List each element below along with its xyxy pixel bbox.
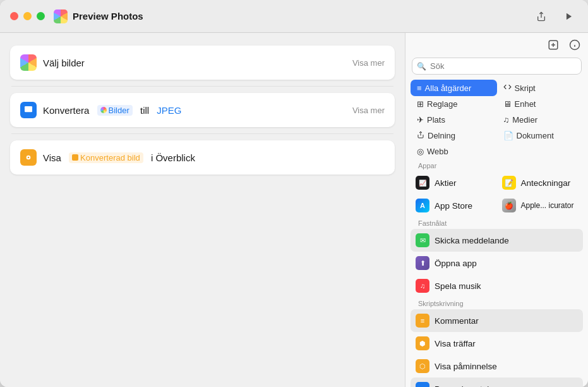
action-card-valj-bilder[interactable]: Välj bilder Visa mer: [10, 46, 395, 80]
divider-2: [11, 133, 393, 134]
apple-icon: 🍎: [502, 199, 516, 212]
sidebar-item-skicka[interactable]: ✉ Skicka meddelande: [411, 229, 583, 252]
filter-tabs: ≡ Alla åtgärder Skript ⊞ Reglage 🖥 Enhet: [405, 80, 588, 159]
webb-icon: ◎: [417, 147, 424, 156]
be-om-label: Be om inmatning: [435, 384, 498, 388]
medier-label: Medier: [512, 115, 537, 125]
alla-label: Alla åtgärder: [425, 83, 472, 93]
skript-icon: [503, 83, 512, 93]
skript-label: Skript: [515, 83, 536, 93]
dokument-icon: 📄: [503, 131, 513, 140]
action-card-visa[interactable]: Visa Konverterad bild i Överblick: [10, 140, 395, 175]
visa-traffar-icon: ⬢: [416, 336, 429, 350]
enhet-icon: 🖥: [503, 99, 512, 109]
till-text: till: [140, 105, 149, 116]
dokument-label: Dokument: [517, 131, 554, 140]
reglage-label: Reglage: [427, 99, 457, 109]
sidebar-item-spela[interactable]: ♫ Spela musik: [411, 274, 583, 297]
konverterad-bild-tag: Konverterad bild: [69, 152, 143, 163]
anteckningar-label: Anteckningar: [521, 178, 571, 188]
search-icon: 🔍: [417, 62, 426, 71]
preview-action-icon: [20, 149, 37, 166]
maximize-button[interactable]: [37, 12, 45, 20]
divider-1: [11, 86, 393, 87]
action-card-konvertera[interactable]: Konvertera Bilder till JPEG Visa mer: [10, 93, 395, 127]
sidebar-item-appstore[interactable]: A App Store: [411, 194, 497, 217]
sidebar-item-be-om[interactable]: ◼ Be om inmatning: [411, 378, 583, 387]
bilder-tag: Bilder: [97, 105, 133, 116]
convert-action-icon: [20, 102, 37, 118]
visa-paminnelse-icon: ⬡: [416, 359, 429, 373]
enhet-label: Enhet: [515, 99, 536, 109]
app-icon: [54, 9, 68, 23]
delning-label: Delning: [428, 131, 455, 140]
skicka-label: Skicka meddelande: [435, 236, 509, 245]
svg-point-3: [28, 157, 30, 159]
search-input[interactable]: [412, 58, 582, 75]
reglage-icon: ⊞: [417, 99, 424, 109]
share-button[interactable]: [532, 8, 550, 25]
sidebar-item-visa-traffar[interactable]: ⬢ Visa träffar: [411, 332, 583, 355]
filter-tab-reglage[interactable]: ⊞ Reglage: [411, 96, 497, 112]
close-button[interactable]: [10, 12, 18, 20]
skicka-icon: ✉: [416, 233, 429, 247]
right-panel: 🔍 ≡ Alla åtgärder Skript ⊞ Reglage: [405, 33, 588, 387]
plats-icon: ✈: [417, 115, 424, 125]
sidebar-item-visa-paminnelse[interactable]: ⬡ Visa påminnelse: [411, 355, 583, 378]
filter-tab-plats[interactable]: ✈ Plats: [411, 112, 497, 128]
filter-tab-delning[interactable]: Delning: [411, 128, 497, 144]
oppna-icon: ⬆: [416, 256, 429, 270]
anteckningar-icon: 📝: [502, 176, 516, 190]
plats-label: Plats: [427, 115, 445, 125]
sidebar-list: Appar 📈 Aktier 📝 Anteckningar A App Stor…: [405, 159, 588, 387]
action-card-left-2: Konvertera Bilder till JPEG: [20, 102, 182, 118]
window-title: Preview Photos: [73, 11, 532, 22]
filter-tab-enhet[interactable]: 🖥 Enhet: [497, 96, 584, 112]
kommentar-icon: ≡: [416, 314, 429, 328]
svg-rect-1: [25, 106, 32, 112]
filter-tab-skript[interactable]: Skript: [497, 80, 584, 96]
visa-paminnelse-label: Visa påminnelse: [435, 362, 497, 371]
section-fastnalat: Fastnålat: [411, 217, 583, 229]
right-panel-top-icons: [405, 33, 588, 55]
sidebar-item-aktier[interactable]: 📈 Aktier: [411, 171, 497, 194]
show-more-konvertera[interactable]: Visa mer: [352, 106, 385, 115]
app-window: Preview Photos Välj bilder: [0, 0, 588, 387]
delning-icon: [417, 131, 424, 140]
aktier-icon: 📈: [416, 176, 429, 190]
titlebar-actions: [532, 8, 578, 25]
kommentar-label: Kommentar: [435, 316, 479, 326]
spela-icon: ♫: [416, 279, 429, 293]
titlebar: Preview Photos: [0, 0, 588, 33]
main-content: Välj bilder Visa mer Konvertera: [0, 33, 588, 387]
visa-traffar-label: Visa träffar: [435, 339, 476, 348]
filter-tab-alla[interactable]: ≡ Alla åtgärder: [411, 80, 497, 96]
photos-action-icon: [20, 54, 37, 71]
section-skriptskrivning: Skriptskrivning: [411, 297, 583, 309]
appstore-icon: A: [416, 199, 429, 212]
action-text: Välj bilder: [43, 58, 85, 68]
sidebar-item-kommentar[interactable]: ≡ Kommentar: [411, 309, 583, 332]
left-panel: Välj bilder Visa mer Konvertera: [0, 33, 405, 387]
sidebar-item-apple[interactable]: 🍎 Apple... icurator: [497, 194, 584, 217]
filter-tab-dokument[interactable]: 📄 Dokument: [497, 128, 584, 144]
search-bar: 🔍: [412, 58, 582, 75]
info-button[interactable]: [569, 39, 580, 52]
action-card-left: Välj bilder: [20, 54, 85, 71]
action-label-konvertera: Konvertera Bilder till JPEG: [43, 105, 182, 116]
appstore-label: App Store: [435, 201, 472, 211]
webb-label: Webb: [427, 147, 448, 156]
medier-icon: ♫: [503, 115, 510, 125]
photos-app-icon: [54, 9, 68, 23]
sidebar-item-anteckningar[interactable]: 📝 Anteckningar: [497, 171, 584, 194]
sidebar-item-oppna[interactable]: ⬆ Öppna app: [411, 252, 583, 274]
oppna-label: Öppna app: [435, 259, 477, 268]
filter-tab-webb[interactable]: ◎ Webb: [411, 144, 497, 159]
play-button[interactable]: [560, 8, 578, 25]
action-label-visa: Visa Konverterad bild i Överblick: [43, 152, 195, 163]
add-shortcut-button[interactable]: [548, 39, 559, 52]
show-more-valj[interactable]: Visa mer: [352, 58, 385, 68]
minimize-button[interactable]: [23, 12, 32, 20]
alla-icon: ≡: [417, 83, 422, 93]
filter-tab-medier[interactable]: ♫ Medier: [497, 112, 584, 128]
